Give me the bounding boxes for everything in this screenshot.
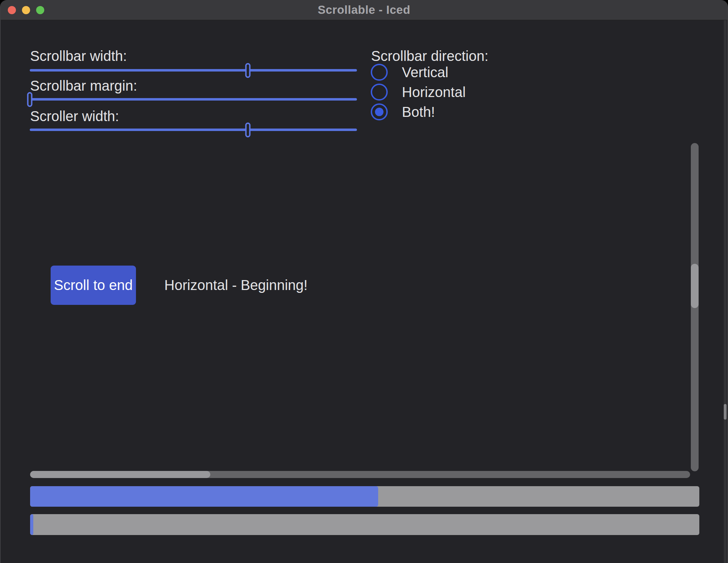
horizontal-progress-bar — [30, 486, 699, 507]
horizontal-progress-fill — [30, 486, 378, 507]
outer-scrollbar-thumb[interactable] — [724, 404, 727, 420]
titlebar: Scrollable - Iced — [1, 0, 727, 20]
vertical-progress-fill — [30, 514, 33, 535]
scrollbar-direction-label: Scrollbar direction: — [371, 48, 488, 64]
window-title: Scrollable - Iced — [318, 3, 410, 17]
scrollbar-margin-label: Scrollbar margin: — [30, 78, 137, 93]
minimize-button[interactable] — [22, 6, 30, 14]
scroll-to-end-button[interactable]: Scroll to end — [51, 266, 136, 305]
radio-both-circle[interactable] — [371, 103, 388, 120]
radio-horizontal-label: Horizontal — [402, 84, 466, 100]
app-window: Scrollable - Iced Scrollbar width: Scrol… — [0, 0, 728, 563]
scrollbar-margin-slider[interactable] — [30, 98, 357, 101]
close-button[interactable] — [8, 6, 16, 14]
scrollbar-margin-slider-handle[interactable] — [27, 92, 33, 107]
scroll-status-row: Scroll to end Horizontal - Beginning! — [51, 266, 308, 305]
scroller-width-label: Scroller width: — [30, 108, 119, 124]
zoom-button[interactable] — [36, 6, 44, 14]
traffic-lights — [1, 0, 44, 20]
radio-horizontal[interactable]: Horizontal — [371, 84, 466, 101]
radio-both[interactable]: Both! — [371, 103, 435, 120]
radio-dot-icon — [375, 108, 383, 116]
scrollbar-width-label: Scrollbar width: — [30, 48, 127, 64]
vertical-scrollbar-thumb[interactable] — [691, 264, 699, 308]
scroll-position-status: Horizontal - Beginning! — [164, 277, 308, 293]
scrollbar-width-slider-handle[interactable] — [245, 63, 251, 78]
horizontal-scrollbar-thumb[interactable] — [30, 471, 210, 478]
radio-both-label: Both! — [402, 104, 435, 120]
vertical-scrollbar-track[interactable] — [691, 143, 699, 471]
outer-scrollbar-track[interactable] — [724, 20, 727, 563]
scroller-width-slider-handle[interactable] — [245, 123, 251, 137]
radio-vertical-label: Vertical — [402, 64, 448, 80]
scroller-width-slider[interactable] — [30, 129, 357, 131]
horizontal-scrollbar-track[interactable] — [30, 471, 690, 478]
scrollbar-width-slider[interactable] — [30, 69, 357, 72]
radio-horizontal-circle[interactable] — [371, 84, 388, 101]
radio-vertical-circle[interactable] — [371, 64, 388, 81]
vertical-progress-bar — [30, 514, 699, 535]
radio-vertical[interactable]: Vertical — [371, 64, 448, 81]
